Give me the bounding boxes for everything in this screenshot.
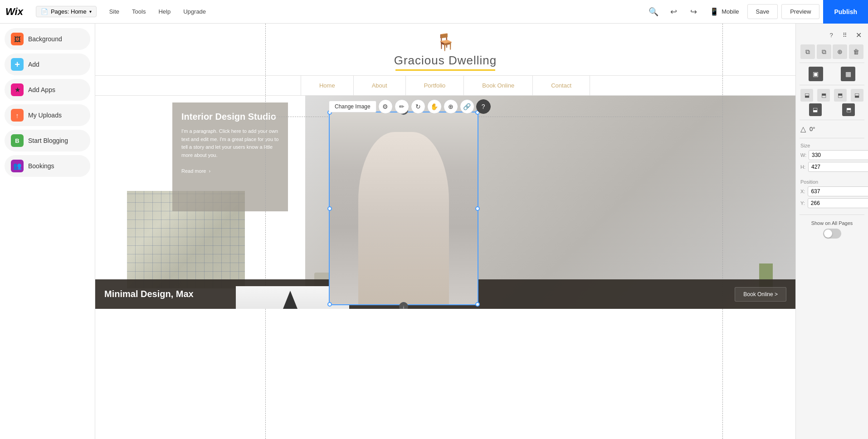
hero-overlay-box[interactable]: Interior Design Studio I'm a paragraph. … [172, 102, 288, 211]
align-center-v[interactable]: ⬓ [851, 89, 863, 102]
link-icon[interactable]: 🔗 [460, 99, 474, 114]
x-input[interactable] [808, 186, 868, 196]
duplicate-action[interactable]: ⊕ [833, 44, 847, 59]
effects-icon[interactable]: ✋ [427, 99, 442, 114]
selected-image[interactable]: ↓ ↓ [329, 112, 478, 305]
alignment-tools: ⬓ ⬒ ⬒ ⬓ ⬓ ⬒ [796, 87, 868, 118]
paste-action[interactable]: ⧉ [817, 44, 831, 59]
align-bottom[interactable]: ⬒ [842, 103, 855, 116]
undo-icon[interactable]: ↩ [665, 4, 682, 20]
nav-help[interactable]: Help [153, 5, 176, 18]
nav-portfolio[interactable]: Portfolio [406, 76, 464, 95]
handle-middle-left[interactable] [327, 206, 332, 211]
nav-site[interactable]: Site [104, 5, 125, 18]
image-toolbar: Change Image ⚙ ✏ ↻ ✋ ⊕ 🔗 ? [329, 99, 491, 114]
read-more-link[interactable]: Read more › [181, 168, 279, 174]
topbar-nav: Site Tools Help Upgrade [104, 5, 211, 18]
mobile-button[interactable]: 📱 Mobile [705, 5, 743, 19]
align-center-h[interactable]: ⬒ [817, 89, 830, 102]
align-left[interactable]: ⬓ [800, 89, 813, 102]
search-icon[interactable]: 🔍 [645, 4, 662, 20]
nav-upgrade[interactable]: Upgrade [178, 5, 211, 18]
site-title[interactable]: Gracious Dwelling [95, 54, 795, 68]
handle-bottom-right[interactable] [475, 302, 480, 307]
y-input[interactable] [808, 198, 868, 208]
nav-contact[interactable]: Contact [533, 76, 590, 95]
sidebar-blog-label: Start Blogging [28, 137, 68, 144]
delete-action[interactable]: 🗑 [849, 44, 863, 59]
nav-about[interactable]: About [354, 76, 406, 95]
drag-handle-icon[interactable]: ⠿ [839, 29, 851, 41]
width-input[interactable] [809, 150, 868, 160]
pages-dropdown[interactable]: 📄 Pages: Home ▾ [36, 6, 97, 17]
settings-icon[interactable]: ⚙ [378, 99, 393, 114]
layer-action-2[interactable]: ▦ [841, 67, 855, 81]
wix-logo-area: Wix [0, 6, 36, 18]
preview-button[interactable]: Preview [781, 4, 819, 19]
site-logo-icon: 🪑 [95, 33, 795, 52]
help-panel-icon[interactable]: ? [825, 29, 837, 41]
rotation-row: △ 0° [796, 122, 868, 136]
book-online-button[interactable]: Book Online > [735, 287, 786, 302]
align-top[interactable]: ⬒ [834, 89, 847, 102]
my-uploads-icon: ↑ [11, 109, 24, 122]
handle-bottom-left[interactable] [327, 302, 332, 307]
lamp-shade [281, 291, 299, 309]
show-all-pages-section: Show on All Pages [796, 217, 868, 242]
pages-arrow-icon: ▾ [89, 9, 92, 14]
y-row: Y: [800, 198, 863, 208]
handle-middle-right[interactable] [475, 206, 480, 211]
sidebar-bookings-label: Bookings [28, 162, 54, 170]
toggle-thumb [824, 229, 832, 238]
right-panel-actions-2: ▣ ▦ [796, 65, 868, 83]
divider-2 [800, 85, 864, 85]
blog-icon: B [11, 134, 24, 147]
change-image-button[interactable]: Change Image [329, 101, 376, 112]
sidebar-item-my-uploads[interactable]: ↑ My Uploads [5, 104, 90, 126]
person-image [330, 112, 478, 304]
website-preview[interactable]: 🪑 Gracious Dwelling Home About Portfolio… [95, 24, 795, 439]
x-row: X: [800, 186, 863, 196]
help-icon[interactable]: ? [476, 99, 491, 114]
mobile-label: Mobile [722, 8, 739, 15]
nav-book-online[interactable]: Book Online [464, 76, 533, 95]
filter-icon[interactable]: ⊕ [444, 99, 458, 114]
read-more-label: Read more [181, 168, 206, 174]
redo-icon[interactable]: ↪ [685, 4, 702, 20]
align-right[interactable]: ⬓ [809, 103, 822, 116]
sidebar-apps-label: Add Apps [28, 86, 55, 93]
sidebar-item-add-apps[interactable]: ★ Add Apps [5, 79, 90, 101]
topbar: Wix 📄 Pages: Home ▾ Site Tools Help Upgr… [0, 0, 868, 24]
sidebar-item-background[interactable]: 🖼 Background [5, 28, 90, 50]
bottom-strip-text: Minimal Design, Max [104, 289, 194, 299]
download-handle-bottom[interactable]: ↓ [399, 302, 408, 309]
save-button[interactable]: Save [747, 4, 778, 19]
close-panel-icon[interactable]: ✕ [853, 29, 864, 41]
lamp-element [286, 291, 299, 309]
rotation-icon[interactable]: △ [800, 125, 806, 133]
nav-home[interactable]: Home [301, 76, 354, 95]
show-all-pages-toggle[interactable] [823, 229, 841, 239]
pages-label: Pages: Home [51, 8, 87, 15]
site-title-underline [395, 69, 495, 71]
position-label: Position [800, 179, 863, 185]
wix-logo[interactable]: Wix [5, 6, 23, 18]
main-layout: 🖼 Background + Add ★ Add Apps ↑ My Uploa… [0, 24, 868, 439]
divider-5 [800, 215, 864, 215]
copy-action[interactable]: ⧉ [800, 44, 815, 59]
hero-section: Interior Design Studio I'm a paragraph. … [95, 96, 795, 309]
site-nav: Home About Portfolio Book Online Contact [95, 75, 795, 96]
crop-icon[interactable]: ↻ [411, 99, 425, 114]
nav-tools[interactable]: Tools [127, 5, 151, 18]
height-input[interactable] [808, 162, 868, 172]
sidebar-item-start-blogging[interactable]: B Start Blogging [5, 130, 90, 151]
sidebar-item-add[interactable]: + Add [5, 54, 90, 75]
layer-action-1[interactable]: ▣ [809, 67, 823, 81]
edit-icon[interactable]: ✏ [395, 99, 409, 114]
canvas-area[interactable]: 🪑 Gracious Dwelling Home About Portfolio… [95, 24, 795, 439]
sidebar-item-bookings[interactable]: 👥 Bookings [5, 155, 90, 177]
show-all-pages-label: Show on All Pages [800, 220, 863, 226]
w-label: W: [800, 152, 806, 158]
publish-button[interactable]: Publish [823, 0, 868, 24]
read-more-arrow: › [209, 168, 210, 174]
